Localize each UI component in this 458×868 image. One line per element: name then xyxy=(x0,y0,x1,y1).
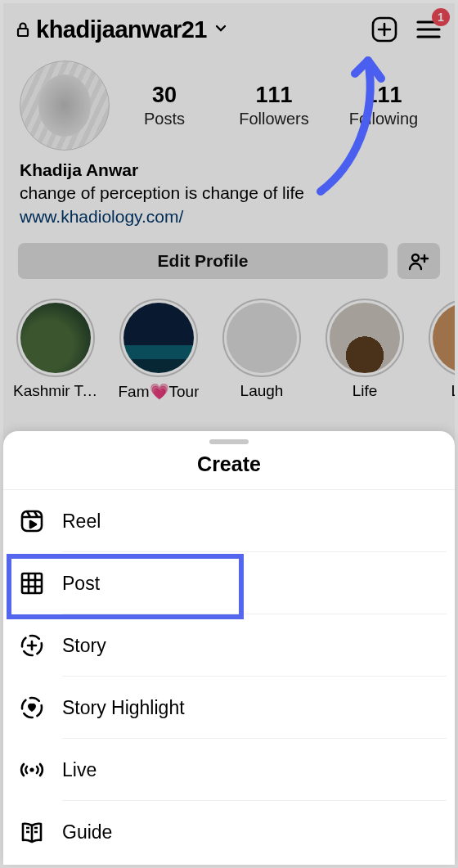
bio-text: change of perception is change of life xyxy=(20,182,438,205)
live-icon xyxy=(18,756,46,784)
stats-row: 30 Posts 111 Followers 111 Following xyxy=(3,49,455,154)
stat-followers-label: Followers xyxy=(219,110,329,128)
stat-following-count: 111 xyxy=(329,83,438,108)
profile-avatar[interactable] xyxy=(20,61,110,151)
bio-link[interactable]: www.khadiology.com/ xyxy=(20,205,438,228)
create-option-live[interactable]: Live xyxy=(3,739,455,801)
username-handle[interactable]: khadijaanwar21 xyxy=(36,16,207,43)
create-option-label: Story Highlight xyxy=(62,697,185,719)
stat-posts[interactable]: 30 Posts xyxy=(110,83,219,128)
story-icon xyxy=(18,632,46,659)
create-option-story-highlight[interactable]: Story Highlight xyxy=(3,677,455,739)
highlight-item[interactable]: Life xyxy=(322,299,407,401)
create-option-label: Reel xyxy=(62,510,101,533)
svg-rect-4 xyxy=(22,573,42,593)
highlight-item[interactable]: Fam💗Tour xyxy=(116,299,201,401)
stat-posts-label: Posts xyxy=(110,110,219,128)
create-option-reel[interactable]: Reel xyxy=(3,490,455,552)
grid-icon xyxy=(18,569,46,597)
stat-followers-count: 111 xyxy=(219,83,329,108)
create-option-story[interactable]: Story xyxy=(3,614,455,677)
create-option-label: Story xyxy=(62,635,106,657)
lock-icon xyxy=(15,21,31,38)
highlight-item[interactable]: Love xyxy=(425,299,455,401)
sheet-grabber[interactable] xyxy=(209,439,249,444)
menu-button[interactable]: 1 xyxy=(414,15,443,44)
highlights-row[interactable]: Kashmir Tou… Fam💗Tour Laugh Life Love xyxy=(3,287,455,401)
create-option-post[interactable]: Post xyxy=(3,552,455,614)
discover-people-button[interactable] xyxy=(397,243,440,279)
top-bar: khadijaanwar21 1 xyxy=(3,10,455,49)
create-option-label: Guide xyxy=(62,821,112,843)
highlight-icon xyxy=(18,694,46,722)
create-option-label: Post xyxy=(62,573,100,595)
stat-followers[interactable]: 111 Followers xyxy=(219,83,329,128)
stat-posts-count: 30 xyxy=(110,83,219,108)
reel-icon xyxy=(18,507,46,535)
chevron-down-icon[interactable] xyxy=(213,20,228,38)
sheet-title: Create xyxy=(3,449,455,490)
create-button[interactable] xyxy=(370,15,399,44)
guide-icon xyxy=(18,818,46,846)
create-sheet: Create Reel Post Story xyxy=(3,431,455,865)
svg-point-7 xyxy=(29,767,34,771)
stat-following[interactable]: 111 Following xyxy=(329,83,438,128)
notification-badge: 1 xyxy=(432,8,450,26)
bio-block: Khadija Anwar change of perception is ch… xyxy=(3,154,455,235)
svg-point-2 xyxy=(412,254,419,261)
create-option-guide[interactable]: Guide xyxy=(3,801,455,863)
svg-rect-0 xyxy=(18,29,28,36)
edit-profile-button[interactable]: Edit Profile xyxy=(18,243,388,279)
stat-following-label: Following xyxy=(329,110,438,128)
highlight-item[interactable]: Laugh xyxy=(219,299,304,401)
highlight-item[interactable]: Kashmir Tou… xyxy=(13,299,98,401)
create-option-label: Live xyxy=(62,759,97,781)
display-name: Khadija Anwar xyxy=(20,159,438,182)
